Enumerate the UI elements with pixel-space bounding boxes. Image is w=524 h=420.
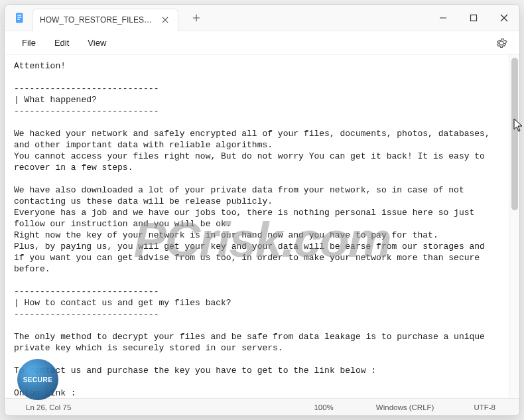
status-zoom[interactable]: 100% <box>293 403 354 411</box>
vertical-scrollbar[interactable] <box>509 55 519 398</box>
document-tab[interactable]: HOW_TO_RESTORE_FILES.REDCryp <box>33 9 178 31</box>
notepad-window: HOW_TO_RESTORE_FILES.REDCryp <box>4 4 520 416</box>
notepad-app-icon <box>14 12 26 24</box>
menu-file[interactable]: File <box>13 35 45 50</box>
text-content[interactable]: Attention! ---------------------------- … <box>5 55 509 398</box>
close-icon <box>162 17 168 23</box>
tab-title: HOW_TO_RESTORE_FILES.REDCryp <box>40 15 153 25</box>
status-line-ending[interactable]: Windows (CRLF) <box>355 403 456 411</box>
status-bar: Ln 26, Col 75 100% Windows (CRLF) UTF-8 <box>5 398 519 415</box>
status-cursor-position: Ln 26, Col 75 <box>21 403 88 411</box>
scrollbar-thumb[interactable] <box>511 58 518 210</box>
gear-icon <box>495 37 507 49</box>
editor-area: Attention! ---------------------------- … <box>5 55 519 398</box>
plus-icon <box>192 14 200 22</box>
tab-close-button[interactable] <box>159 14 171 26</box>
status-encoding[interactable]: UTF-8 <box>455 403 514 411</box>
settings-button[interactable] <box>491 33 511 53</box>
menu-view[interactable]: View <box>78 35 115 50</box>
window-close-button[interactable] <box>489 5 519 31</box>
svg-rect-2 <box>17 17 21 17</box>
titlebar: HOW_TO_RESTORE_FILES.REDCryp <box>5 5 519 31</box>
svg-rect-3 <box>17 19 20 19</box>
maximize-button[interactable] <box>458 5 489 31</box>
window-controls <box>428 5 519 31</box>
menu-edit[interactable]: Edit <box>45 35 78 50</box>
menu-bar: File Edit View <box>5 31 519 55</box>
new-tab-button[interactable] <box>185 7 208 29</box>
svg-rect-4 <box>471 15 477 21</box>
minimize-button[interactable] <box>428 5 458 31</box>
svg-rect-1 <box>17 15 21 15</box>
svg-rect-0 <box>16 13 23 23</box>
